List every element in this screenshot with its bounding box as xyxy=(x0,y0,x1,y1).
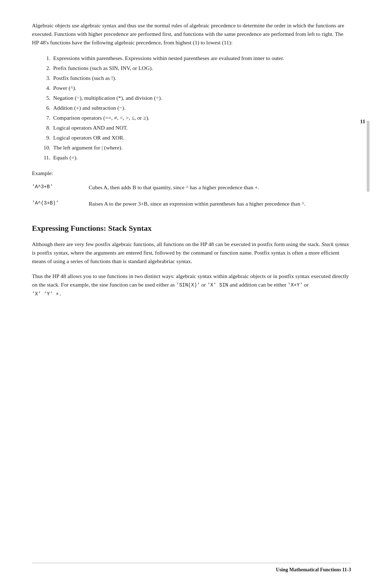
list-item: 3. Postfix functions (such as !). xyxy=(43,74,351,82)
scrollbar[interactable] xyxy=(367,121,370,192)
list-num: 3. xyxy=(43,74,50,82)
code-x-y-plus: 'X' 'Y' +. xyxy=(32,291,62,297)
example-desc-2: Raises A to the power 3+B, since an expr… xyxy=(89,198,351,209)
list-num: 6. xyxy=(43,104,50,112)
list-num: 4. xyxy=(43,84,50,92)
list-content: Prefix functions (such as SIN, INV, or L… xyxy=(53,64,351,72)
example-row-1: 'A^3+B' Cubes A, then adds B to that qua… xyxy=(32,182,351,193)
intro-paragraph: Algebraic objects use algebraic syntax a… xyxy=(32,21,351,47)
code-sinx: 'SIN(X)' xyxy=(176,282,200,288)
example-desc-1: Cubes A, then adds B to that quantity, s… xyxy=(89,182,351,193)
list-num: 8. xyxy=(43,124,50,132)
example-row-2: 'A^(3+B)' Raises A to the power 3+B, sin… xyxy=(32,198,351,209)
list-content: The left argument for | (where). xyxy=(53,143,351,152)
section-paragraph-2: Thus the HP 48 allows you to use functio… xyxy=(32,272,351,298)
code-xpy: 'X+Y' xyxy=(288,282,302,288)
examples-table: 'A^3+B' Cubes A, then adds B to that qua… xyxy=(32,182,351,209)
list-item: 1. Expressions within parentheses. Expre… xyxy=(43,54,351,62)
side-page-number: 11 xyxy=(360,117,365,126)
list-num: 2. xyxy=(43,64,50,72)
code-x-sin: 'X' SIN xyxy=(207,282,228,288)
list-item: 8. Logical operators AND and NOT. xyxy=(43,124,351,132)
footer-bar: Using Mathematical Functions 11-3 xyxy=(32,563,351,574)
list-num: 5. xyxy=(43,94,50,102)
list-item: 5. Negation (−), multiplication (*), and… xyxy=(43,94,351,102)
list-num: 1. xyxy=(43,54,50,62)
list-num: 9. xyxy=(43,134,50,142)
list-content: Postfix functions (such as !). xyxy=(53,74,351,82)
example-row-gap xyxy=(32,193,351,198)
list-content: Addition (+) and subtraction (−). xyxy=(53,104,351,112)
list-content: Power (^). xyxy=(53,84,351,92)
list-item: 4. Power (^). xyxy=(43,84,351,92)
list-item: 7. Comparison operators (==, ≠, <, >, ≤,… xyxy=(43,114,351,122)
list-item: 11. Equals (=). xyxy=(43,153,351,162)
example-code-2: 'A^(3+B)' xyxy=(32,198,89,209)
page-container: 11 Algebraic objects use algebraic synta… xyxy=(0,0,383,588)
list-content: Negation (−), multiplication (*), and di… xyxy=(53,94,351,102)
list-num: 10. xyxy=(43,143,50,152)
list-item: 10. The left argument for | (where). xyxy=(43,143,351,152)
list-item: 2. Prefix functions (such as SIN, INV, o… xyxy=(43,64,351,72)
italic-stack: Stack syntax xyxy=(322,241,349,247)
list-item: 6. Addition (+) and subtraction (−). xyxy=(43,104,351,112)
section-heading: Expressing Functions: Stack Syntax xyxy=(32,222,351,234)
section-paragraph-1: Although there are very few postfix alge… xyxy=(32,240,351,266)
list-item: 9. Logical operators OR and XOR. xyxy=(43,134,351,142)
precedence-list: 1. Expressions within parentheses. Expre… xyxy=(43,54,351,162)
example-label: Example: xyxy=(32,169,351,178)
list-content: Logical operators OR and XOR. xyxy=(53,134,351,142)
list-num: 11. xyxy=(43,153,50,162)
list-content: Expressions within parentheses. Expressi… xyxy=(53,54,351,62)
list-content: Logical operators AND and NOT. xyxy=(53,124,351,132)
list-content: Comparison operators (==, ≠, <, >, ≤, or… xyxy=(53,114,351,122)
list-num: 7. xyxy=(43,114,50,122)
list-content: Equals (=). xyxy=(53,153,351,162)
footer-text: Using Mathematical Functions 11-3 xyxy=(276,566,351,574)
example-code-1: 'A^3+B' xyxy=(32,182,89,193)
